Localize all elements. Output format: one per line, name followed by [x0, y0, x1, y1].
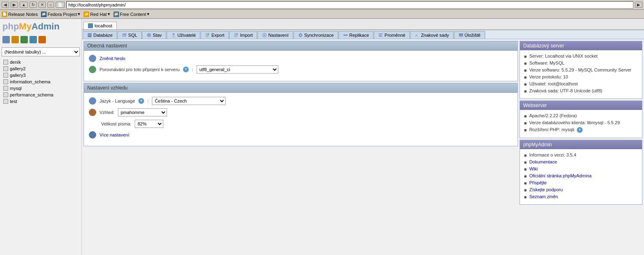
pma-support-link[interactable]: Získejte podporu [529, 187, 563, 192]
redhat-dropdown-icon: ▾ [108, 11, 110, 17]
address-bar[interactable] [66, 1, 633, 9]
db-icon-gallery3 [3, 73, 8, 78]
server-tab-label: localhost [95, 23, 112, 28]
tab-replikace[interactable]: Replikace [339, 31, 373, 39]
forward-button[interactable]: ▶ [11, 2, 18, 8]
db-item-information-schema[interactable]: information_schema [2, 78, 80, 85]
db-client-info-row: ■ Verze databázového klienta: libmysql -… [524, 120, 638, 125]
svg-text:A: A [415, 34, 418, 38]
svg-rect-16 [379, 36, 382, 37]
phpmyadmin-header: phpMyAdmin [520, 140, 642, 149]
language-select[interactable]: Čeština - Czech [152, 97, 226, 105]
db-server-body: ■ Server: Localhost via UNIX socket ■ So… [520, 50, 642, 98]
uzivatele-icon [171, 33, 176, 38]
sql-icon: SQL [122, 33, 127, 38]
sidebar-icon-bar [2, 35, 80, 44]
server-info-row: ■ Server: Localhost via UNIX socket [524, 54, 638, 59]
release-notes-label: Release Notes [8, 12, 38, 17]
pma-changelog-link[interactable]: Seznam změn [529, 194, 558, 199]
db-item-mysql[interactable]: mysql [2, 85, 80, 92]
db-item-test[interactable]: test [2, 98, 80, 105]
znakove-sady-icon: A [415, 33, 420, 38]
collation-row: Porovnávání pro toto připojení k serveru… [89, 65, 513, 74]
db-item-gallery2[interactable]: gallery2 [2, 65, 80, 72]
reload-button[interactable]: ↻ [29, 2, 37, 8]
refresh-sidebar-icon[interactable] [20, 36, 28, 43]
db-item-performance-schema[interactable]: performance_schema [2, 92, 80, 98]
appearance-panel: Nastavení vzhledu Jazyk - Language ? : Č… [84, 83, 518, 146]
bookmark-release-notes[interactable]: 📄 Release Notes [2, 11, 38, 17]
pma-official-link[interactable]: Oficiální stránka phpMyAdmina [529, 173, 592, 178]
version-bullet: ■ [524, 68, 527, 73]
svg-rect-15 [379, 35, 382, 36]
pma-docs-link[interactable]: Dokumentace [529, 159, 557, 164]
main-layout: phpMyAdmin (Nedávné tabulky) ... deník g… [0, 19, 644, 255]
server-value: Server: Localhost via UNIX socket [529, 54, 598, 58]
tab-databaze-label: Databáze [93, 33, 113, 38]
bookmark-redhat[interactable]: 📁 Red Hat ▾ [84, 11, 110, 17]
browser-toolbar: ◀ ▶ ▲ ↻ ✕ ⌂ 📄 ▶ [0, 0, 644, 10]
more-settings-link[interactable]: Více nastavení [99, 132, 129, 137]
go-button[interactable]: ▶ [635, 2, 642, 8]
pma-support-row: ■ Získejte podporu [524, 187, 638, 192]
php-ext-help-icon[interactable]: ? [577, 127, 583, 133]
db-label-mysql: mysql [10, 86, 22, 91]
change-password-icon [89, 55, 96, 62]
db-item-denik[interactable]: deník [2, 59, 80, 65]
tab-uzivatele[interactable]: Uživatelé [167, 31, 200, 39]
db-item-gallery3[interactable]: gallery3 [2, 72, 80, 78]
bookmark-button[interactable]: 📄 [56, 2, 65, 8]
fontsize-select[interactable]: 82% [135, 120, 163, 128]
collation-help-icon[interactable]: ? [183, 67, 189, 72]
content-area: localhost Databáze SQL SQL Stav Uživatel… [82, 19, 644, 255]
tab-import[interactable]: Import [229, 31, 257, 39]
up-button[interactable]: ▲ [20, 2, 28, 8]
svg-point-9 [264, 34, 265, 36]
user-bullet: ■ [524, 82, 527, 87]
tab-sql[interactable]: SQL SQL [118, 31, 142, 39]
stav-icon [147, 33, 151, 38]
db-sidebar-icon[interactable] [11, 36, 19, 43]
tab-stav[interactable]: Stav [142, 31, 166, 39]
protocol-bullet: ■ [524, 75, 527, 80]
tab-synchronizace[interactable]: Synchronizace [294, 31, 338, 39]
theme-row: Vzhled: pmahomme [89, 108, 513, 116]
server-tab-icon [88, 23, 93, 28]
db-label-test: test [10, 99, 17, 104]
info-sidebar-icon[interactable] [29, 36, 37, 43]
home-button[interactable]: ⌂ [47, 2, 54, 8]
server-tab-localhost[interactable]: localhost [84, 22, 117, 29]
tab-export[interactable]: Export [201, 31, 229, 39]
collation-icon [89, 66, 96, 73]
bookmark-fedora[interactable]: 📁 Fedora Project ▾ [41, 11, 80, 17]
more-settings-row: Více nastavení [89, 131, 513, 139]
stop-button[interactable]: ✕ [38, 2, 46, 8]
recent-tables-select[interactable]: (Nedávné tabulky) ... [2, 47, 80, 56]
language-row: Jazyk - Language ? : Čeština - Czech [89, 97, 513, 105]
tab-uloziste[interactable]: Úložiště [454, 31, 485, 39]
pma-wiki-link[interactable]: Wiki [529, 166, 538, 171]
theme-select[interactable]: pmahomme [118, 108, 167, 116]
tab-nastaveni[interactable]: Nastavení [258, 31, 293, 39]
tab-znakove-sady[interactable]: A Znakové sady [410, 31, 453, 39]
fedora-label: Fedora Project [47, 12, 77, 17]
home-sidebar-icon[interactable] [2, 36, 10, 43]
pma-contribute-link[interactable]: Přispějte [529, 180, 547, 185]
main-content: Obecná nastavení Změnit heslo Porovnáván… [82, 39, 644, 255]
free-content-icon: 📁 [113, 11, 119, 17]
change-password-link[interactable]: Změnit heslo [99, 56, 125, 61]
bookmark-free-content[interactable]: 📁 Free Content ▾ [113, 11, 149, 17]
general-settings-panel: Obecná nastavení Změnit heslo Porovnáván… [84, 41, 518, 81]
fedora-dropdown-icon: ▾ [78, 11, 80, 17]
language-help-icon[interactable]: ? [138, 98, 144, 104]
protocol-info-row: ■ Verze protokolu: 10 [524, 74, 638, 80]
more-settings-icon [89, 131, 96, 139]
tab-databaze[interactable]: Databáze [83, 31, 117, 39]
pma-changelog-bullet: ■ [524, 195, 527, 199]
svg-rect-14 [379, 34, 383, 34]
back-button[interactable]: ◀ [2, 2, 9, 8]
exit-sidebar-icon[interactable] [38, 36, 46, 43]
tab-promenne[interactable]: Proměnné [374, 31, 410, 39]
svg-rect-12 [346, 34, 348, 36]
collation-select[interactable]: utf8_general_ci [197, 65, 278, 74]
